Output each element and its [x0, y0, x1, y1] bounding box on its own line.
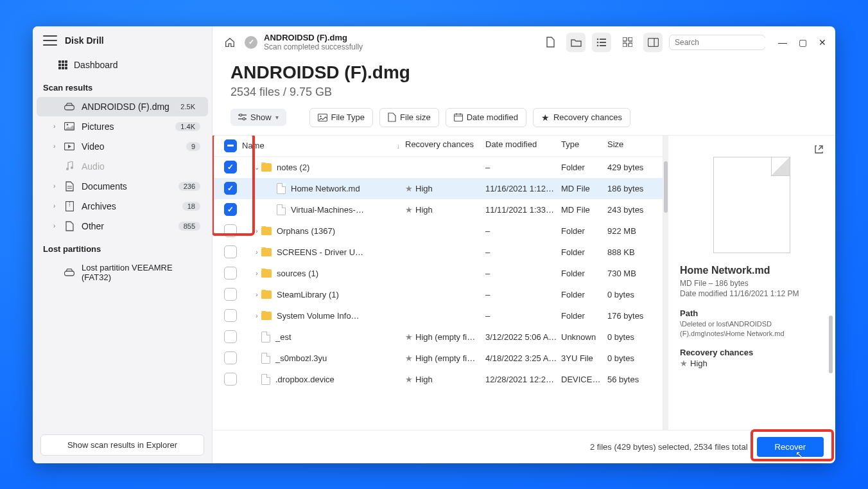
row-size: 243 bytes [607, 205, 663, 215]
row-checkbox[interactable] [224, 161, 237, 173]
svg-rect-19 [623, 43, 627, 47]
row-checkbox[interactable] [224, 224, 237, 237]
sidebar-item-archives[interactable]: › Archives 18 [37, 197, 208, 216]
menu-icon[interactable] [43, 35, 57, 46]
open-external-icon[interactable] [814, 145, 824, 154]
row-size: 429 bytes [607, 163, 663, 172]
table-row[interactable]: › Orphans (1367) – Folder 922 MB [213, 220, 663, 242]
chip-icon [318, 114, 327, 121]
vertical-scrollbar[interactable] [663, 136, 668, 430]
close-button[interactable]: ✕ [819, 37, 826, 48]
sidebar-item-audio[interactable]: Audio [37, 157, 208, 176]
table-row[interactable]: Home Network.md ★High 11/16/2021 1:12… M… [213, 178, 663, 199]
file-icon-btn[interactable] [541, 33, 560, 52]
col-type[interactable]: Type [561, 139, 607, 152]
row-checkbox[interactable] [224, 309, 237, 322]
row-date: 12/28/2021 12:2… [485, 375, 561, 384]
svg-point-30 [320, 115, 321, 116]
col-recovery[interactable]: Recovery chances [405, 139, 485, 152]
row-type: Folder [561, 311, 607, 321]
video-icon [64, 143, 75, 150]
archive-icon [64, 201, 75, 211]
table-row[interactable]: .dropbox.device ★High 12/28/2021 12:2… D… [213, 369, 663, 390]
chip-label: Recovery chances [553, 112, 622, 122]
row-checkbox[interactable] [224, 330, 237, 343]
folder-icon [261, 248, 272, 256]
row-checkbox[interactable] [224, 373, 237, 386]
row-checkbox[interactable] [224, 245, 237, 258]
search-box[interactable] [669, 35, 765, 50]
table-row[interactable]: _est ★High (empty fi… 3/12/2022 5:06 A… … [213, 326, 663, 348]
table-row[interactable]: › sources (1) – Folder 730 MB [213, 263, 663, 284]
table-row[interactable]: Virtual-Machines-… ★High 11/11/2021 1:33… [213, 199, 663, 220]
search-input[interactable] [675, 38, 771, 47]
list-view-icon[interactable] [592, 33, 611, 52]
minimize-button[interactable]: — [778, 37, 787, 48]
sidebar-item-pictures[interactable]: › Pictures 1.4K [37, 117, 208, 136]
nav-label: Archives [82, 201, 182, 211]
file-icon [261, 332, 270, 342]
drive-icon [64, 103, 75, 111]
filter-chip-file-size[interactable]: File size [379, 108, 439, 127]
show-filter-button[interactable]: Show ▾ [230, 109, 286, 126]
filter-chip-date-modified[interactable]: Date modified [446, 108, 526, 127]
detail-recovery-value: ★High [680, 359, 824, 368]
maximize-button[interactable]: ▢ [799, 37, 807, 48]
filter-bar: Show ▾ File TypeFile sizeDate modified★R… [213, 108, 835, 135]
folder-icon-btn[interactable] [566, 33, 586, 52]
section-scan-results: Scan results [33, 75, 212, 96]
table-row[interactable]: › System Volume Info… – Folder 176 bytes [213, 305, 663, 326]
folder-icon [261, 269, 272, 278]
table-row[interactable]: › SteamLibrary (1) – Folder 0 bytes [213, 284, 663, 305]
row-checkbox[interactable] [224, 351, 237, 364]
show-in-explorer-button[interactable]: Show scan results in Explorer [40, 434, 204, 456]
col-size[interactable]: Size [607, 139, 663, 152]
row-date: 3/12/2022 5:06 A… [485, 332, 561, 342]
table-row[interactable]: › SCREENS - Driver U… – Folder 888 KB [213, 242, 663, 263]
expand-icon[interactable]: ⌄ [252, 164, 261, 171]
svg-rect-17 [623, 37, 627, 41]
lost-partition-item[interactable]: Lost partition VEEAMRE (FAT32) [37, 258, 208, 287]
expand-icon[interactable]: › [252, 249, 261, 256]
expand-icon[interactable]: › [252, 312, 261, 319]
detail-meta-modified: Date modified 11/16/2021 1:12 PM [680, 289, 824, 298]
detail-recovery-label: Recovery chances [680, 348, 824, 357]
sidebar-item-documents[interactable]: › Documents 236 [37, 177, 208, 196]
filter-chip-file-type[interactable]: File Type [309, 108, 374, 127]
svg-rect-31 [454, 114, 462, 121]
expand-icon[interactable]: › [252, 291, 261, 298]
grid-view-icon[interactable] [618, 33, 637, 52]
table-row[interactable]: _s0mbozl.3yu ★High (empty fi… 4/18/2022 … [213, 348, 663, 369]
row-date: – [485, 269, 561, 278]
section-lost-partitions: Lost partitions [33, 236, 212, 258]
col-name[interactable]: Name↓ [242, 139, 405, 152]
table-header: Name↓ Recovery chances Date modified Typ… [213, 136, 663, 157]
filter-chip-recovery-chances[interactable]: ★Recovery chances [533, 108, 630, 127]
panel-toggle-icon[interactable] [643, 33, 663, 52]
expand-icon[interactable]: › [252, 227, 261, 235]
row-size: 0 bytes [607, 290, 663, 299]
dashboard-link[interactable]: Dashboard [33, 55, 212, 75]
expand-icon[interactable]: › [252, 270, 261, 277]
home-icon[interactable] [221, 34, 238, 51]
table-row[interactable]: ⌄ notes (2) – Folder 429 bytes [213, 157, 663, 178]
page-title: ANDROIDSD (F).dmg [213, 58, 835, 85]
row-checkbox[interactable] [224, 203, 237, 216]
folder-icon [261, 163, 272, 172]
doc-icon [64, 181, 75, 191]
sidebar-item-androidsd-f-dmg[interactable]: ANDROIDSD (F).dmg 2.5K [37, 97, 208, 116]
row-size: 0 bytes [607, 332, 663, 342]
recover-button[interactable]: Recover ↖ [757, 437, 824, 457]
sidebar-item-other[interactable]: › Other 855 [37, 217, 208, 236]
col-date[interactable]: Date modified [485, 139, 561, 152]
sidebar-item-video[interactable]: › Video 9 [37, 137, 208, 156]
detail-scrollbar[interactable] [829, 316, 833, 373]
row-checkbox[interactable] [224, 182, 237, 195]
row-name: sources (1) [277, 269, 318, 278]
row-type: Folder [561, 226, 607, 236]
svg-point-26 [239, 114, 242, 116]
row-checkbox[interactable] [224, 267, 237, 280]
row-checkbox[interactable] [224, 288, 237, 301]
nav-label: Documents [82, 181, 178, 191]
select-all-checkbox[interactable] [224, 139, 237, 152]
